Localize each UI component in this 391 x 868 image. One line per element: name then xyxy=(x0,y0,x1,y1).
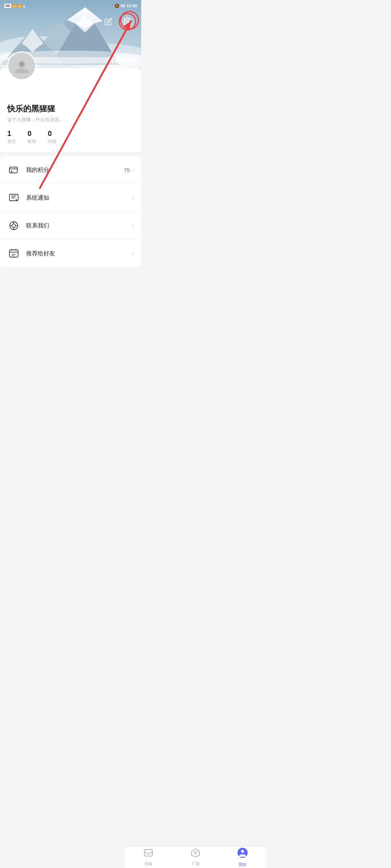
profile-home-label: 个人主页 xyxy=(110,59,128,65)
points-right: 75 › xyxy=(124,167,134,173)
wifi-icon: ▲ xyxy=(22,4,26,8)
profile-home-button[interactable]: 个人主页 › xyxy=(105,57,136,67)
notification-right: › xyxy=(132,195,134,201)
contact-icon xyxy=(7,219,20,232)
recommend-right: › xyxy=(132,250,134,257)
svg-text:?: ? xyxy=(20,61,24,68)
recommend-chevron: › xyxy=(132,250,134,257)
notification-chevron: › xyxy=(132,195,134,201)
top-icons xyxy=(102,13,136,30)
menu-item-recommend[interactable]: 推荐给好友 › xyxy=(0,240,141,267)
profile-name: 快乐的黑猩猩 xyxy=(7,102,134,114)
menu-item-notification[interactable]: 系统通知 › xyxy=(0,184,141,212)
contact-label: 联系我们 xyxy=(26,222,132,230)
status-bar-right: 🔕 88 15:48 xyxy=(114,4,137,8)
profile-card: ? 快乐的黑猩猩 这个人很懒，什么也没说... 1 关注 0 粉丝 0 问答 xyxy=(0,68,141,152)
notification-label: 系统通知 xyxy=(26,194,132,202)
points-value: 75 xyxy=(124,167,130,173)
avatar-wrap[interactable]: ? xyxy=(7,51,36,80)
profile-bio: 这个人很懒，什么也没说... xyxy=(7,116,134,123)
svg-point-21 xyxy=(11,171,12,172)
contact-right: › xyxy=(132,222,134,229)
signal-icons: 📶 📶 xyxy=(12,4,22,8)
settings-button[interactable] xyxy=(119,13,136,30)
svg-point-24 xyxy=(12,224,16,227)
hd-icon: HD xyxy=(4,4,11,8)
stats-row: 1 关注 0 粉丝 0 问答 xyxy=(7,129,134,145)
svg-point-14 xyxy=(126,21,129,23)
avatar: ? xyxy=(7,51,36,80)
mute-icon: 🔕 xyxy=(114,4,119,8)
recommend-label: 推荐给好友 xyxy=(26,250,132,258)
points-chevron: › xyxy=(132,167,134,173)
stat-qa[interactable]: 0 问答 xyxy=(48,129,56,145)
contact-chevron: › xyxy=(132,222,134,229)
time-text: 15:48 xyxy=(127,4,137,8)
points-icon xyxy=(7,163,20,176)
menu-item-contact[interactable]: 联系我们 › xyxy=(0,212,141,240)
edit-button[interactable] xyxy=(102,16,114,28)
battery-text: 88 xyxy=(121,4,125,8)
points-label: 我的积分 xyxy=(26,166,124,174)
notification-icon xyxy=(7,191,20,204)
recommend-icon xyxy=(7,247,20,260)
menu-list: 我的积分 75 › 系统通知 › xyxy=(0,156,141,267)
stat-fans[interactable]: 0 粉丝 xyxy=(28,129,36,145)
profile-home-chevron: › xyxy=(129,60,131,65)
svg-rect-25 xyxy=(9,250,18,257)
menu-item-points[interactable]: 我的积分 75 › xyxy=(0,156,141,184)
status-bar-left: HD 📶 📶 ▲ xyxy=(4,4,26,8)
svg-rect-20 xyxy=(9,167,17,173)
status-bar: HD 📶 📶 ▲ 🔕 88 15:48 xyxy=(0,0,141,10)
stat-following[interactable]: 1 关注 xyxy=(7,129,16,145)
